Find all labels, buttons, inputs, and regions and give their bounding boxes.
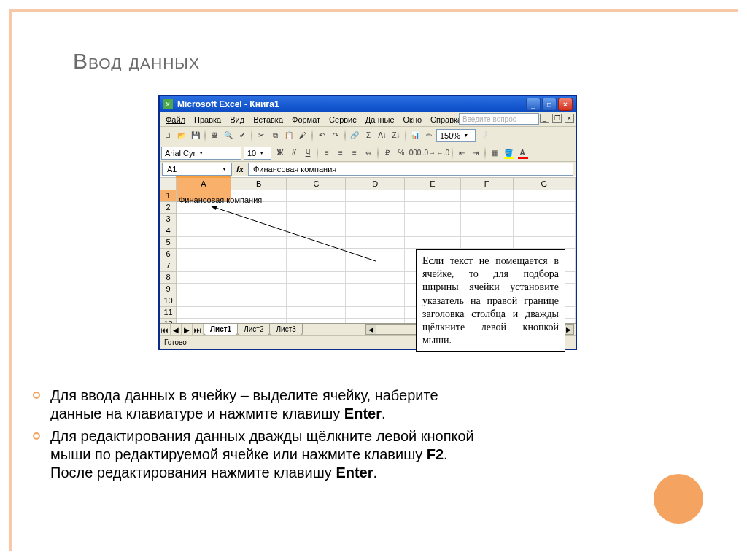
grid-cell[interactable] xyxy=(177,213,231,225)
tab-last-icon[interactable]: ⏭ xyxy=(193,324,204,335)
mdi-minimize-button[interactable]: _ xyxy=(540,114,549,122)
menu-tools[interactable]: Сервис xyxy=(325,114,361,125)
name-box[interactable]: A1▼ xyxy=(162,163,232,176)
tab-next-icon[interactable]: ▶ xyxy=(182,324,193,335)
grid-cell[interactable] xyxy=(287,201,346,213)
align-right-icon[interactable]: ≡ xyxy=(348,147,361,160)
grid-cell[interactable] xyxy=(460,236,513,248)
grid-cell[interactable] xyxy=(231,306,287,318)
grid-cell[interactable] xyxy=(287,295,346,306)
row-header[interactable]: 11 xyxy=(160,306,177,318)
copy-icon[interactable]: ⧉ xyxy=(268,129,282,142)
grid-cell[interactable] xyxy=(346,318,405,323)
grid-cell[interactable] xyxy=(513,201,575,213)
column-header[interactable]: G xyxy=(513,177,575,190)
grid-cell[interactable] xyxy=(287,260,346,271)
fill-color-icon[interactable]: 🪣 xyxy=(502,147,515,160)
italic-icon[interactable]: К xyxy=(287,147,301,160)
grid-cell[interactable] xyxy=(346,213,405,225)
grid-cell[interactable] xyxy=(346,283,405,295)
menu-view[interactable]: Вид xyxy=(225,114,249,125)
row-header[interactable]: 10 xyxy=(160,295,177,306)
grid-cell[interactable] xyxy=(346,295,405,306)
title-bar[interactable]: X Microsoft Excel - Книга1 _ □ × xyxy=(160,96,576,112)
paste-icon[interactable]: 📋 xyxy=(282,129,295,142)
grid-cell[interactable] xyxy=(177,225,231,236)
minimize-button[interactable]: _ xyxy=(526,98,541,111)
grid-cell[interactable] xyxy=(287,318,346,323)
grid-cell[interactable] xyxy=(513,213,575,225)
font-combo[interactable]: Arial Cyr▼ xyxy=(161,147,241,160)
grid-cell[interactable] xyxy=(346,201,405,213)
mdi-close-button[interactable]: × xyxy=(565,114,574,122)
grid-cell[interactable] xyxy=(405,225,460,236)
sheet-tab-1[interactable]: Лист1 xyxy=(204,324,238,335)
grid-cell[interactable] xyxy=(346,260,405,271)
increase-decimal-icon[interactable]: .0→ xyxy=(422,147,436,160)
decrease-indent-icon[interactable]: ⇤ xyxy=(455,147,468,160)
row-header[interactable]: 1 xyxy=(160,190,177,201)
column-header[interactable]: E xyxy=(405,177,460,190)
grid-cell[interactable] xyxy=(231,260,287,271)
grid-cell[interactable] xyxy=(177,236,231,248)
grid-cell[interactable] xyxy=(346,248,405,260)
sort-desc-icon[interactable]: Z↓ xyxy=(390,129,403,142)
menu-edit[interactable]: Правка xyxy=(190,114,225,125)
grid-cell[interactable] xyxy=(513,225,575,236)
comma-icon[interactable]: 000 xyxy=(409,147,422,160)
help-icon[interactable]: ❔ xyxy=(478,129,491,142)
increase-indent-icon[interactable]: ⇥ xyxy=(469,147,482,160)
grid-cell[interactable] xyxy=(287,236,346,248)
row-header[interactable]: 8 xyxy=(160,271,177,283)
grid-cell[interactable] xyxy=(513,190,575,201)
new-icon[interactable]: 🗋 xyxy=(161,129,174,142)
mdi-restore-button[interactable]: ❐ xyxy=(552,114,562,122)
grid-cell[interactable] xyxy=(287,283,346,295)
percent-icon[interactable]: % xyxy=(395,147,408,160)
column-header[interactable]: F xyxy=(460,177,513,190)
grid-cell[interactable] xyxy=(177,295,231,306)
menu-insert[interactable]: Вставка xyxy=(249,114,287,125)
align-left-icon[interactable]: ≡ xyxy=(320,147,333,160)
column-header[interactable]: D xyxy=(346,177,405,190)
grid-cell[interactable] xyxy=(231,271,287,283)
font-size-combo[interactable]: 10▼ xyxy=(244,147,271,160)
row-header[interactable]: 3 xyxy=(160,213,177,225)
tab-prev-icon[interactable]: ◀ xyxy=(171,324,182,335)
open-icon[interactable]: 📂 xyxy=(175,129,188,142)
tab-first-icon[interactable]: ⏮ xyxy=(160,324,171,335)
formula-bar[interactable]: Финансовая компания xyxy=(248,163,573,176)
preview-icon[interactable]: 🔍 xyxy=(222,129,235,142)
column-header[interactable]: B xyxy=(231,177,287,190)
row-header[interactable]: 4 xyxy=(160,225,177,236)
row-header[interactable]: 5 xyxy=(160,236,177,248)
print-icon[interactable]: 🖶 xyxy=(208,129,221,142)
font-color-icon[interactable]: A xyxy=(516,147,529,160)
grid-cell[interactable] xyxy=(346,306,405,318)
chart-icon[interactable]: 📊 xyxy=(409,129,422,142)
grid-cell[interactable] xyxy=(287,306,346,318)
menu-format[interactable]: Формат xyxy=(287,114,325,125)
grid-cell[interactable] xyxy=(346,236,405,248)
grid-cell[interactable] xyxy=(177,271,231,283)
spell-icon[interactable]: ✔ xyxy=(236,129,249,142)
grid-cell[interactable] xyxy=(346,271,405,283)
grid-cell[interactable] xyxy=(460,190,513,201)
grid-cell[interactable] xyxy=(287,213,346,225)
grid-cell[interactable] xyxy=(231,318,287,323)
undo-icon[interactable]: ↶ xyxy=(315,129,328,142)
grid-cell[interactable] xyxy=(460,201,513,213)
grid-cell[interactable] xyxy=(346,225,405,236)
borders-icon[interactable]: ▦ xyxy=(488,147,501,160)
autosum-icon[interactable]: Σ xyxy=(362,129,375,142)
grid-cell[interactable] xyxy=(177,283,231,295)
grid-cell[interactable] xyxy=(405,213,460,225)
save-icon[interactable]: 💾 xyxy=(189,129,202,142)
ask-question-box[interactable]: Введите вопрос xyxy=(459,113,539,125)
merge-icon[interactable]: ⇔ xyxy=(362,147,375,160)
maximize-button[interactable]: □ xyxy=(542,98,557,111)
cut-icon[interactable]: ✂ xyxy=(255,129,268,142)
grid-cell[interactable] xyxy=(405,236,460,248)
grid-cell[interactable] xyxy=(231,213,287,225)
grid-cell[interactable] xyxy=(405,201,460,213)
